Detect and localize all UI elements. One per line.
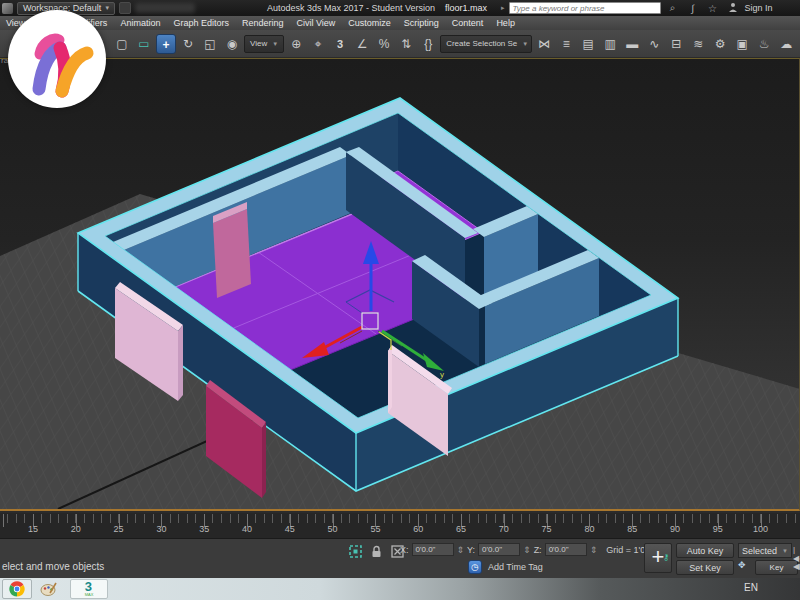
blurred-region — [135, 3, 195, 13]
z-coordinate-field[interactable]: 0'0.0" — [545, 543, 587, 556]
timeline-frame-label: 65 — [456, 524, 466, 534]
snaps-toggle-button[interactable]: 3 — [330, 34, 350, 54]
search-icon[interactable]: ⌕ — [665, 2, 681, 14]
select-region-button[interactable]: ▭ — [134, 34, 154, 54]
select-and-move-button[interactable]: + — [156, 34, 176, 54]
ribbon-toggle-button[interactable]: ▬ — [622, 34, 642, 54]
favorites-star-icon[interactable]: ☆ — [705, 3, 721, 14]
add-time-tag[interactable]: ◷ Add Time Tag — [468, 560, 543, 574]
user-icon[interactable] — [725, 2, 741, 14]
main-toolbar: ▢▭+↻◱◉ View ▼ ⊕⌖3∠%⇅{} Create Selection … — [0, 30, 800, 58]
y-coordinate-field[interactable]: 0'0.0" — [478, 543, 520, 556]
curve-editor-button[interactable]: ∿ — [644, 34, 664, 54]
chevron-down-icon: ▼ — [522, 41, 528, 47]
use-pivot-center-button[interactable]: ⊕ — [286, 34, 306, 54]
menu-item[interactable]: Rendering — [242, 18, 284, 28]
timeline-frame-label: 75 — [542, 524, 552, 534]
chrome-taskbar-icon[interactable] — [2, 579, 32, 599]
angle-snap-button[interactable]: ∠ — [352, 34, 372, 54]
title-bar: Workspace: Default ▾ Autodesk 3ds Max 20… — [0, 0, 800, 16]
menu-item[interactable]: Customize — [348, 18, 391, 28]
chevron-down-icon: ▼ — [272, 41, 278, 47]
isolate-selection-icon[interactable] — [348, 544, 362, 558]
search-input[interactable]: Type a keyword or phrase — [509, 2, 661, 14]
z-spinner[interactable]: ⇕ — [590, 545, 598, 555]
schematic-view-button[interactable]: ⊟ — [666, 34, 686, 54]
infocenter-expand-icon[interactable]: ▸ — [501, 4, 505, 12]
max-tile-label: 3 — [85, 582, 94, 592]
scene-3d[interactable]: y — [0, 59, 800, 511]
view-dropdown[interactable]: View ▼ — [244, 35, 284, 53]
create-selection-set-dropdown[interactable]: Create Selection Se ▼ — [440, 35, 532, 53]
communication-center-icon[interactable]: ∫ — [685, 3, 701, 14]
align-button[interactable]: ≡ — [556, 34, 576, 54]
perspective-viewport[interactable]: races ] — [0, 58, 800, 511]
named-selection-sets-button[interactable]: {} — [418, 34, 438, 54]
windows-taskbar: 3 MAX EN — [0, 578, 800, 600]
spinner-snap-button[interactable]: ⇅ — [396, 34, 416, 54]
selected-filter-dropdown[interactable]: Selected ▼ — [738, 543, 792, 558]
key-filters-button[interactable]: Key Filters... — [755, 560, 798, 575]
timeline-frame-label: 90 — [670, 524, 680, 534]
auto-key-button[interactable]: Auto Key — [676, 543, 734, 558]
x-spinner[interactable]: ⇕ — [457, 545, 465, 555]
select-and-scale-button[interactable]: ◱ — [200, 34, 220, 54]
layer-manager-button[interactable]: ▤ — [578, 34, 598, 54]
select-and-rotate-button[interactable]: ↻ — [178, 34, 198, 54]
window-title: Autodesk 3ds Max 2017 - Student Version — [267, 3, 435, 13]
timeline-frame-label: 85 — [627, 524, 637, 534]
scene-explorer-button[interactable]: ▥ — [600, 34, 620, 54]
render-setup-button[interactable]: ⚙ — [710, 34, 730, 54]
paint-taskbar-icon[interactable] — [34, 579, 64, 599]
select-object-button[interactable]: ▢ — [112, 34, 132, 54]
x-label: X: — [400, 545, 409, 555]
timeline-frame-label: 35 — [199, 524, 209, 534]
status-prompt: elect and move objects — [2, 561, 104, 572]
menu-item[interactable]: Animation — [120, 18, 160, 28]
selection-lock-icon[interactable] — [369, 544, 383, 558]
timeline-frame-label: 55 — [370, 524, 380, 534]
y-spinner[interactable]: ⇕ — [523, 545, 531, 555]
watermark-logo — [8, 10, 106, 108]
set-key-button[interactable]: Set Key — [676, 560, 734, 575]
axis-constraint-button[interactable]: ⌖ — [308, 34, 328, 54]
timeline-track-bar[interactable]: 1520253035404550556065707580859095100 — [0, 513, 800, 539]
key-icon: ⚷ — [663, 545, 669, 571]
timeline-frame-label: 100 — [753, 524, 768, 534]
render-production-button[interactable]: ♨ — [754, 34, 774, 54]
status-bar: X: 0'0.0" ⇕ Y: 0'0.0" ⇕ Z: 0'0.0" ⇕ Grid… — [0, 539, 800, 578]
workspace-reset-icon[interactable] — [119, 2, 131, 14]
set-keys-button[interactable]: +⚷ — [644, 543, 672, 573]
logo-m-icon — [8, 10, 106, 108]
menu-item[interactable]: Help — [496, 18, 515, 28]
timeline-frame-label: 45 — [285, 524, 295, 534]
timeline-frame-label: 80 — [584, 524, 594, 534]
frame-step-buttons[interactable]: ◀▶ — [793, 562, 800, 571]
menu-item[interactable]: Graph Editors — [173, 18, 229, 28]
select-and-place-button[interactable]: ◉ — [222, 34, 242, 54]
3ds-max-window: Workspace: Default ▾ Autodesk 3ds Max 20… — [0, 0, 800, 600]
rendered-frame-button[interactable]: ▣ — [732, 34, 752, 54]
timeline-frame-label: 25 — [114, 524, 124, 534]
x-coordinate-field[interactable]: 0'0.0" — [412, 543, 454, 556]
transform-coordinates: X: 0'0.0" ⇕ Y: 0'0.0" ⇕ Z: 0'0.0" ⇕ Grid… — [400, 543, 656, 556]
3ds-max-taskbar-icon[interactable]: 3 MAX — [70, 579, 108, 599]
timeline-frame-label: 95 — [713, 524, 723, 534]
timeline-frame-label: 15 — [28, 524, 38, 534]
menu-item[interactable]: Civil View — [296, 18, 335, 28]
percent-snap-button[interactable]: % — [374, 34, 394, 54]
mirror-button[interactable]: ⋈ — [534, 34, 554, 54]
language-indicator[interactable]: EN — [744, 582, 758, 593]
menu-item[interactable]: Content — [452, 18, 484, 28]
max-tile-sub-label: MAX — [85, 592, 94, 597]
go-to-start-button[interactable]: |◀◀ — [793, 545, 800, 563]
panel-rose — [213, 202, 251, 298]
sign-in-button[interactable]: Sign In — [745, 3, 773, 13]
key-filters-icon[interactable]: ✥ — [738, 560, 752, 575]
render-cloud-button[interactable]: ☁ — [776, 34, 796, 54]
motion-mixer-button[interactable]: ≋ — [688, 34, 708, 54]
y-label: Y: — [467, 545, 475, 555]
menu-item[interactable]: Scripting — [404, 18, 439, 28]
chevron-down-icon: ▼ — [782, 544, 788, 557]
timeline-frame-label: 70 — [499, 524, 509, 534]
